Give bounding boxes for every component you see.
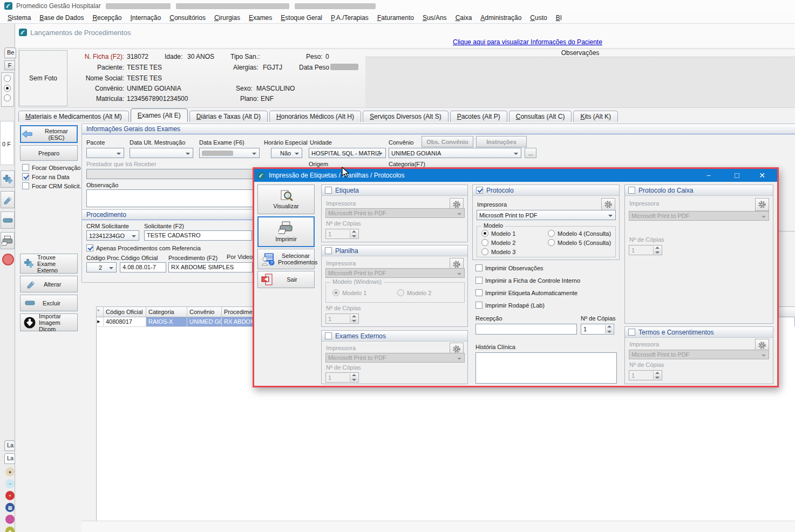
sair-button[interactable]: Sair	[257, 271, 315, 288]
pacote-combo[interactable]	[86, 148, 124, 158]
etiqueta-checkbox[interactable]	[325, 187, 332, 194]
close-button[interactable]: ✕	[756, 170, 769, 181]
protocolo-modelo5-radio[interactable]: Modelo 5 (Consulta)	[548, 239, 611, 246]
convenio-more-button[interactable]: ...	[525, 148, 536, 158]
tab-exames[interactable]: Exames (Alt E)	[131, 108, 188, 122]
planilha-modelo2-radio[interactable]: Modelo 2	[397, 289, 431, 296]
planilha-modelo1-radio[interactable]: Modelo 1	[332, 289, 366, 296]
background-tab[interactable]: Be	[4, 47, 16, 58]
procedimento-input[interactable]: RX ABDOME SIMPLES	[168, 262, 253, 272]
edit-pencil-icon[interactable]	[1, 191, 15, 208]
spinner-arrows-icon[interactable]	[653, 246, 661, 254]
termos-copias-spinner[interactable]: 1	[629, 370, 662, 380]
menu-internacao[interactable]: Internação	[126, 12, 165, 23]
protocolo-modelo3-radio[interactable]: Modelo 3	[481, 248, 515, 255]
termos-checkbox[interactable]	[628, 329, 635, 336]
focar-observacao-checkbox[interactable]: Focar Observação	[22, 164, 80, 171]
menu-consultorios[interactable]: Consultórios	[165, 12, 210, 23]
protocolo-gear-button[interactable]	[601, 198, 615, 211]
protocolo-modelo2-radio[interactable]: Modelo 2	[481, 239, 515, 246]
grid-header-convenio[interactable]: Convênio	[187, 307, 222, 317]
exames-externos-checkbox[interactable]	[325, 332, 332, 339]
menu-sistema[interactable]: Sistema	[3, 12, 35, 23]
grid-header-codigo[interactable]: Código Oficial	[104, 307, 146, 317]
data-ult-combo[interactable]	[130, 148, 193, 158]
convenio-combo[interactable]: UNIMED GOIANIA	[389, 148, 521, 158]
spinner-arrows-icon[interactable]	[350, 373, 358, 381]
tab-materiais[interactable]: Materiais e Medicamentos (Alt M)	[18, 111, 129, 122]
background-radio-2[interactable]	[4, 85, 11, 92]
menu-sus-ans[interactable]: Sus/Ans	[418, 12, 451, 23]
recepcao-input[interactable]	[475, 324, 577, 335]
grid-cell-categoria[interactable]: RAIOS-X	[146, 317, 187, 327]
spinner-arrows-icon[interactable]	[605, 325, 613, 333]
planilha-printer-combo[interactable]: Microsoft Print to PDF	[325, 268, 465, 278]
background-button-f[interactable]: F	[4, 60, 15, 70]
solicitante-input[interactable]: TESTE CADASTRO	[144, 230, 252, 241]
add-icon[interactable]	[1, 170, 15, 188]
visualizar-button[interactable]: Visualizar	[257, 185, 315, 214]
imprimir-rodape-checkbox[interactable]: Imprimir Rodapé (Lab)	[475, 302, 545, 309]
menu-cirurgias[interactable]: Cirurgias	[210, 12, 244, 23]
protocolo-modelo1-radio[interactable]: Modelo 1	[481, 230, 515, 237]
apenas-referencia-checkbox[interactable]: Apenas Procedimentos com Referencia	[86, 244, 201, 251]
tab-pacotes[interactable]: Pacotes (Alt P)	[450, 111, 507, 122]
red-cross-icon[interactable]: +	[5, 491, 15, 500]
alterar-button[interactable]: Alterar	[20, 276, 78, 292]
menu-caixa[interactable]: Caixa	[451, 12, 477, 23]
planilha-copias-spinner[interactable]: 1	[325, 313, 359, 324]
printer-icon[interactable]	[1, 232, 15, 249]
protocolo-caixa-checkbox[interactable]	[628, 187, 635, 194]
termos-printer-combo[interactable]: Microsoft Print to PDF	[629, 350, 769, 359]
menu-estoque-geral[interactable]: Estoque Geral	[276, 12, 327, 23]
grid-icon[interactable]: ▦	[5, 503, 15, 512]
unidade-combo[interactable]: HOSPITAL SQL - MATRIZ	[309, 148, 386, 158]
protocolo-caixa-gear-button[interactable]	[755, 198, 769, 211]
menu-administracao[interactable]: Administração	[476, 12, 526, 23]
spinner-arrows-icon[interactable]	[653, 371, 661, 379]
patient-info-link[interactable]: Clique aqui para visualizar Informações …	[453, 38, 602, 46]
tab-servicos[interactable]: Serviços Diversos (Alt S)	[363, 111, 449, 122]
tab-diarias[interactable]: Diárias e Taxas (Alt D)	[189, 111, 268, 122]
focar-na-data-checkbox[interactable]: Focar na Data	[22, 173, 70, 180]
background-tab-la1[interactable]: La	[4, 440, 15, 451]
background-radio-3[interactable]	[4, 94, 11, 101]
menu-recepcao[interactable]: Recepção	[88, 12, 126, 23]
tab-honorarios[interactable]: Honorários Médicos (Alt H)	[269, 111, 361, 122]
background-radio-1[interactable]	[4, 75, 11, 82]
data-exame-combo[interactable]	[199, 148, 260, 158]
imprimir-observacoes-checkbox[interactable]: Imprimir Observações	[475, 264, 543, 271]
background-tab-la2[interactable]: La	[4, 453, 15, 464]
spinner-arrows-icon[interactable]	[350, 230, 358, 238]
menu-custo[interactable]: Custo	[526, 12, 551, 23]
preparo-button[interactable]: Preparo	[20, 145, 78, 161]
tab-kits[interactable]: Kits (Alt K)	[573, 111, 618, 122]
protocolo-caixa-copias-spinner[interactable]: 1	[629, 245, 662, 255]
imprimir-button[interactable]: Imprimir	[257, 216, 315, 247]
doctor-icon[interactable]: ●	[5, 467, 15, 476]
grid-header-categoria[interactable]: Categoria	[146, 307, 187, 317]
menu-pa-terapias[interactable]: P.A./Terapias	[327, 12, 373, 23]
crm-combo[interactable]: 12341234GO	[86, 230, 139, 241]
horario-especial-combo[interactable]: Não	[271, 148, 302, 158]
spinner-arrows-icon[interactable]	[350, 315, 358, 323]
instrucoes-button[interactable]: Instruções	[476, 136, 527, 147]
exames-externos-printer-combo[interactable]: Microsoft Print to PDF	[325, 353, 465, 363]
codigo-oficial-input[interactable]: 4.08.08.01-7	[120, 262, 166, 272]
heartbeat-icon[interactable]: ~	[5, 479, 15, 488]
protocolo-modelo4-radio[interactable]: Modelo 4 (Consulta)	[548, 230, 611, 237]
minimize-button[interactable]: –	[702, 170, 715, 181]
grid-cell-convenio[interactable]: UNIMED GOIANIA	[187, 317, 222, 327]
focar-crm-checkbox[interactable]: Focar CRM Solicit.	[22, 182, 81, 189]
etiqueta-copias-spinner[interactable]: 1	[325, 229, 359, 239]
grid-cell-codigo[interactable]: 40808017	[104, 317, 146, 327]
pink-icon[interactable]	[5, 515, 15, 524]
obs-convenio-button[interactable]: Obs. Convênio	[422, 136, 473, 147]
excluir-button[interactable]: Excluir	[20, 295, 78, 311]
dialog-titlebar[interactable]: Impressão de Etiquetas / Planilhas / Pro…	[254, 169, 777, 182]
imprimir-etiqueta-auto-checkbox[interactable]: Imprimir Etiqueta Automaticamente	[475, 289, 577, 296]
maximize-button[interactable]	[730, 170, 743, 181]
imprimir-ficha-checkbox[interactable]: Imprimir a Ficha de Controle Interno	[475, 277, 580, 284]
selecionar-procedimentos-button[interactable]: Selecionar Procedimentos	[257, 249, 315, 269]
recepcao-copias-spinner[interactable]: 1	[581, 324, 614, 335]
